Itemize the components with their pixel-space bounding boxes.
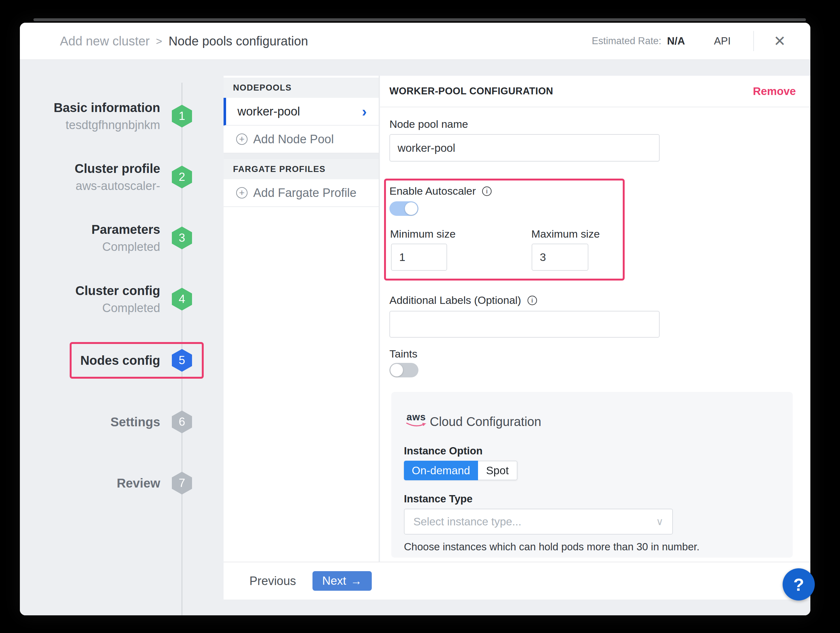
step-cluster-profile[interactable]: Cluster profile aws-autoscaler- xyxy=(51,161,160,193)
info-icon[interactable]: i xyxy=(527,296,537,305)
question-mark-icon: ? xyxy=(793,574,804,595)
additional-labels-label: Additional Labels (Optional) i xyxy=(389,294,537,306)
instance-type-placeholder: Select instance type... xyxy=(414,515,521,528)
breadcrumb: Add new cluster > Node pools configurati… xyxy=(60,34,308,48)
cloud-configuration-card: aws Cloud Configuration Instance Option … xyxy=(391,392,793,558)
section-gap xyxy=(224,154,379,159)
cloud-configuration-title: Cloud Configuration xyxy=(430,415,542,429)
instance-type-dropdown[interactable]: Select instance type... ∨ xyxy=(404,509,673,535)
chevron-right-icon: › xyxy=(362,104,367,119)
nodepools-panel: NODEPOOLS worker-pool › + Add Node Pool … xyxy=(224,76,379,562)
next-button[interactable]: Next → xyxy=(313,571,372,591)
minimum-size-input[interactable] xyxy=(391,244,447,271)
header-divider xyxy=(753,31,754,51)
on-demand-button[interactable]: On-demand xyxy=(404,461,478,480)
configuration-title: WORKER-POOL CONFIGURATION xyxy=(389,85,553,97)
instance-option-segmented-control: On-demand Spot xyxy=(404,461,518,480)
info-icon[interactable]: i xyxy=(482,187,491,196)
instance-option-label: Instance Option xyxy=(404,445,482,457)
chevron-down-icon: ∨ xyxy=(656,516,663,528)
toggle-knob xyxy=(390,364,403,377)
plus-icon: + xyxy=(236,187,248,198)
add-node-pool-button[interactable]: + Add Node Pool xyxy=(224,126,379,154)
screenshot-stage: Add new cluster > Node pools configurati… xyxy=(0,0,840,633)
estimated-rate-label: Estimated Rate: xyxy=(592,35,662,47)
taints-label: Taints xyxy=(389,348,417,360)
minimum-size-label: Minimum size xyxy=(390,228,456,240)
breadcrumb-separator-icon: > xyxy=(156,35,163,47)
taints-toggle[interactable] xyxy=(389,363,418,377)
toggle-knob xyxy=(405,202,417,215)
step-cluster-config[interactable]: Cluster config Completed xyxy=(51,283,160,316)
step-nodes-config[interactable]: Nodes config xyxy=(51,353,160,368)
instance-type-helper-text: Choose instances which can hold pods mor… xyxy=(404,541,699,553)
header-actions: Estimated Rate: N/A API ✕ xyxy=(592,31,786,51)
step-parameters[interactable]: Parameters Completed xyxy=(51,222,160,254)
remove-button[interactable]: Remove xyxy=(753,85,796,98)
window-torn-edge xyxy=(33,18,806,21)
aws-smile-icon xyxy=(406,422,426,427)
step-review[interactable]: Review xyxy=(51,475,160,491)
add-fargate-profile-button[interactable]: + Add Fargate Profile xyxy=(224,179,379,207)
plus-icon: + xyxy=(236,133,248,145)
step-basic-information[interactable]: Basic information tesdtgfhngnbjnkm xyxy=(51,100,160,133)
nodepools-section-header: NODEPOOLS xyxy=(224,78,379,98)
estimated-rate-value: N/A xyxy=(667,35,685,47)
enable-autoscaler-toggle[interactable] xyxy=(389,201,418,216)
fargate-section-header: FARGATE PROFILES xyxy=(224,159,379,179)
modal-header: Add new cluster > Node pools configurati… xyxy=(20,23,810,60)
spot-button[interactable]: Spot xyxy=(478,461,518,480)
enable-autoscaler-label: Enable Autoscaler i xyxy=(389,185,491,197)
help-button[interactable]: ? xyxy=(783,568,815,600)
maximum-size-label: Maximum size xyxy=(531,228,600,240)
worker-pool-configuration-panel: WORKER-POOL CONFIGURATION Remove Node po… xyxy=(380,76,810,562)
api-button[interactable]: API xyxy=(714,35,731,47)
maximum-size-input[interactable] xyxy=(532,244,588,271)
node-pool-name-input[interactable] xyxy=(389,134,660,161)
breadcrumb-parent[interactable]: Add new cluster xyxy=(60,34,150,48)
configuration-header: WORKER-POOL CONFIGURATION Remove xyxy=(380,76,810,107)
additional-labels-input[interactable] xyxy=(389,311,660,338)
node-pool-name-label: Node pool name xyxy=(389,118,468,130)
previous-button[interactable]: Previous xyxy=(249,574,296,588)
step-settings[interactable]: Settings xyxy=(51,414,160,430)
arrow-right-icon: → xyxy=(351,574,362,587)
nodepool-item-worker-pool[interactable]: worker-pool › xyxy=(224,98,379,126)
add-cluster-modal: Add new cluster > Node pools configurati… xyxy=(20,23,810,615)
close-icon[interactable]: ✕ xyxy=(774,33,786,49)
wizard-footer: Previous Next → xyxy=(224,562,810,600)
page-title: Node pools configuration xyxy=(168,34,308,48)
instance-type-label: Instance Type xyxy=(404,493,473,505)
aws-logo-icon: aws xyxy=(405,412,427,429)
